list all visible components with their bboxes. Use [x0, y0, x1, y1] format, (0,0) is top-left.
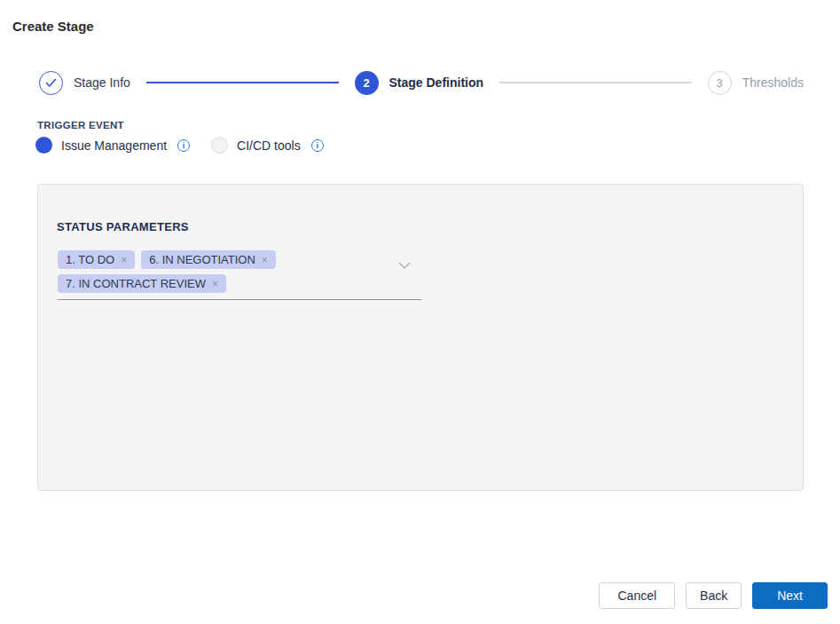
info-icon[interactable]: i — [177, 139, 190, 152]
status-chip: 6. IN NEGOTIATION × — [141, 250, 276, 269]
step-upcoming-circle: 3 — [708, 71, 732, 95]
status-select[interactable]: 1. TO DO × 6. IN NEGOTIATION × 7. IN CON… — [58, 250, 421, 300]
status-chip: 7. IN CONTRACT REVIEW × — [58, 274, 226, 293]
chip-label: 1. TO DO — [66, 253, 114, 266]
radio-label: Issue Management — [61, 138, 167, 153]
radio-issue-management[interactable]: Issue Management i — [35, 137, 190, 154]
chevron-down-icon[interactable] — [398, 257, 411, 273]
page-title: Create Stage — [12, 19, 94, 34]
status-parameters-panel: STATUS PARAMETERS 1. TO DO × 6. IN NEGOT… — [37, 184, 804, 491]
chip-label: 7. IN CONTRACT REVIEW — [66, 277, 206, 290]
wizard-stepper: Stage Info 2 Stage Definition 3 Threshol… — [39, 70, 804, 95]
step-completed-circle[interactable] — [39, 71, 63, 95]
step-label: Stage Definition — [389, 75, 484, 90]
step-active-circle[interactable]: 2 — [355, 71, 379, 95]
step-connector — [499, 82, 692, 83]
step-connector — [146, 82, 339, 83]
chip-remove-icon[interactable]: × — [121, 255, 127, 265]
radio-selected-icon[interactable] — [35, 137, 52, 154]
chip-label: 6. IN NEGOTIATION — [149, 253, 255, 266]
radio-unselected-icon[interactable] — [211, 137, 228, 154]
back-button[interactable]: Back — [686, 582, 742, 609]
check-icon — [45, 78, 57, 88]
status-chip: 1. TO DO × — [58, 250, 135, 269]
step-label: Thresholds — [742, 75, 804, 90]
step-thresholds: 3 Thresholds — [708, 71, 804, 95]
status-parameters-label: STATUS PARAMETERS — [57, 220, 189, 233]
selected-status-chips: 1. TO DO × 6. IN NEGOTIATION × 7. IN CON… — [58, 250, 377, 293]
radio-label: CI/CD tools — [237, 138, 301, 153]
info-icon[interactable]: i — [311, 139, 324, 152]
step-stage-definition[interactable]: 2 Stage Definition — [355, 71, 484, 95]
next-button[interactable]: Next — [752, 582, 828, 609]
trigger-event-label: TRIGGER EVENT — [37, 120, 124, 130]
step-stage-info[interactable]: Stage Info — [39, 71, 130, 95]
chip-remove-icon[interactable]: × — [262, 255, 268, 265]
wizard-footer: Cancel Back Next — [599, 582, 828, 609]
trigger-event-options: Issue Management i CI/CD tools i — [35, 137, 324, 154]
cancel-button[interactable]: Cancel — [599, 582, 675, 609]
step-label: Stage Info — [74, 75, 130, 90]
chip-remove-icon[interactable]: × — [212, 279, 218, 289]
radio-cicd-tools[interactable]: CI/CD tools i — [211, 137, 324, 154]
